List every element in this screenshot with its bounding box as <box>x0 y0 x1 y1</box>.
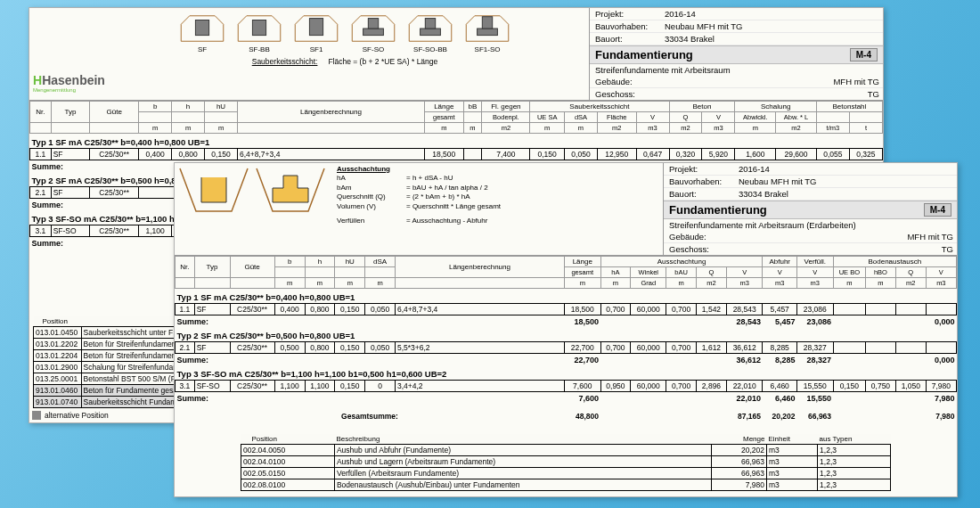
meta-label: Gebäude: <box>595 77 665 86</box>
meta-label: Bauvorhaben: <box>595 21 665 31</box>
legend-swatch <box>32 411 41 420</box>
table-row: 013.01.2202Beton für Streifenfundament <box>34 339 184 350</box>
meta-value: 33034 Brakel <box>665 34 715 44</box>
logo-text: Hasenbein <box>42 73 105 87</box>
table-row: 002.08.0100Bodenaustausch (Aushub/Einbau… <box>241 479 891 491</box>
diagram-excavation-2 <box>255 167 326 218</box>
meta-label: Bauort: <box>595 34 665 44</box>
formula-annotations: Ausschachtung hA= h + dSA - hU bAm= bAU … <box>330 163 508 255</box>
diagram-label: SF-SO-BB <box>403 45 458 53</box>
position-table-2: Position Beschreibung Menge Einheit aus … <box>241 434 891 491</box>
svg-rect-3 <box>363 29 384 36</box>
logo: HHasenbein Mengenermittlung <box>29 8 101 100</box>
typ-header: Typ 2 SF mA C25/30** b=0,500 h=0,800 UB=… <box>176 327 957 342</box>
meta-label: Projekt: <box>595 9 665 19</box>
svg-rect-0 <box>195 20 208 36</box>
table-row: 002.04.0100Aushub und Lagern (Arbeitsrau… <box>241 456 891 468</box>
header-meta-2: Projekt:2016-14 Bauvorhaben:Neubau MFH m… <box>663 163 957 255</box>
sauber-label: Sauberkeitsschicht: <box>252 57 318 66</box>
report-subtitle: Streifenfundamente mit Arbeitsraum <box>595 65 731 75</box>
typ-header: Typ 1 SF mA C25/30** b=0,400 h=0,800 UB=… <box>176 289 957 304</box>
diagram-label: SF <box>175 45 230 53</box>
report-sheet-2: Ausschachtung hA= h + dSA - hU bAm= bAU … <box>174 162 958 497</box>
diagram-sf-so <box>346 12 401 45</box>
diagram-sf <box>175 12 230 45</box>
table-row: 002.05.0150Verfüllen (Arbeitsraum Fundam… <box>241 468 891 479</box>
diagram-sf-bb <box>232 12 287 45</box>
sauber-formula: Fläche = (b + 2 *UE SA) * Länge <box>328 57 437 66</box>
table-row: 002.04.0050Aushub und Abfuhr (Fundamente… <box>241 445 891 456</box>
logo-subtitle: Mengenermittlung <box>33 87 105 93</box>
report-subtitle: Streifenfundamente mit Arbeitsraum (Erda… <box>669 220 856 230</box>
svg-rect-4 <box>368 19 378 29</box>
meta-value: Neubau MFH mit TG <box>665 21 742 31</box>
diagram-sf-so-bb <box>403 12 458 45</box>
svg-rect-8 <box>482 17 492 29</box>
table-row: 013.01.2900Schalung für Streifenfundam <box>34 362 184 373</box>
report-title: Fundamentierung <box>595 48 850 61</box>
diagram-label: SF-BB <box>232 45 287 53</box>
table-row: 913.01.0460Beton für Fundamente gesa <box>34 385 184 397</box>
diagram-label: SF-SO <box>346 45 401 53</box>
typ-header: Typ 3 SF-SO mA C25/30** b=1,100 h=1,100 … <box>176 365 957 381</box>
table-row: 013.01.2204Beton für Streifenfundament <box>34 350 184 362</box>
typ-header: Typ 1 SF mA C25/30** b=0,400 h=0,800 UB=… <box>30 134 883 149</box>
table-row: 1.1SFC25/30** 0,4000,8000,1500,050 6,4+8… <box>176 304 957 315</box>
meta-value: MFH mit TG <box>833 77 879 86</box>
meta-label: Geschoss: <box>595 89 665 99</box>
meta-value: 2016-14 <box>665 9 696 19</box>
table-main-2: Nr. Typ Güte bhhUdSA Längenberechnung Lä… <box>175 256 957 422</box>
table-row: 913.01.0740Sauberkeitsschicht Fundam <box>34 397 184 408</box>
svg-rect-6 <box>425 19 435 29</box>
report-badge: M-4 <box>850 48 878 61</box>
svg-rect-2 <box>309 19 323 36</box>
diagram-excavation-1 <box>178 167 249 218</box>
diagram-sf1-so <box>460 12 515 45</box>
svg-rect-1 <box>252 20 265 36</box>
diagram-row <box>175 12 515 45</box>
table-row: 1.1SFC25/30** 0,4000,8000,150 6,4+8,7+3,… <box>30 149 883 160</box>
meta-value: TG <box>868 89 879 99</box>
report-title: Fundamentierung <box>669 203 924 217</box>
table-row: 013.25.0001Betonstahl BST 500 S/M (F <box>34 373 184 385</box>
diagram-sf1 <box>289 12 344 45</box>
table-row: 2.1SFC25/30** 0,5000,8000,1500,050 5,5*3… <box>176 342 957 354</box>
position-table-1: Position 013.01.0450Sauberkeitsschicht u… <box>33 316 184 408</box>
report-badge: M-4 <box>924 203 951 217</box>
svg-rect-7 <box>478 29 498 36</box>
header-meta: Projekt:2016-14 Bauvorhaben:Neubau MFH m… <box>589 8 883 100</box>
diagram-label: SF1-SO <box>460 45 515 53</box>
table-row: 013.01.0450Sauberkeitsschicht unter F <box>34 327 184 339</box>
svg-rect-5 <box>421 29 441 36</box>
table-row: 3.1SF-SOC25/30** 1,1001,1000,1500 3,4+4,… <box>176 381 957 392</box>
grand-total-row: Gesamtsumme: 48,800 87,16520,20266,963 7… <box>176 411 957 422</box>
legend-label: alternative Position <box>45 411 109 420</box>
diagram-label: SF1 <box>289 45 344 53</box>
